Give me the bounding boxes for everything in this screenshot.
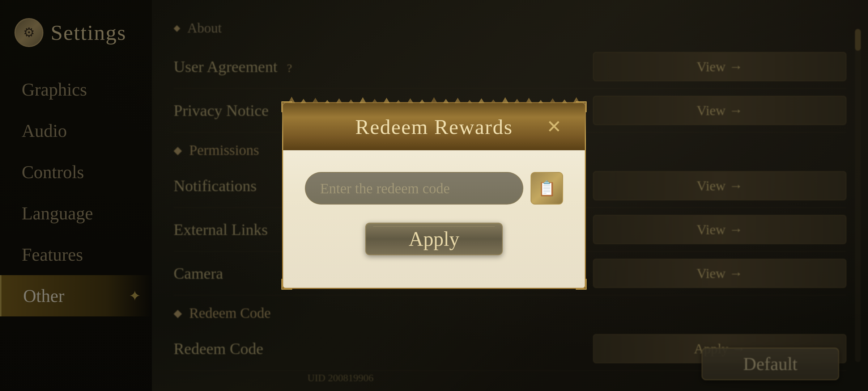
modal-inner: Redeem Rewards ✕ 📋	[283, 103, 585, 288]
modal-apply-button[interactable]: Apply	[365, 223, 503, 255]
modal-overlay[interactable]: Redeem Rewards ✕ 📋	[0, 0, 868, 391]
paste-button[interactable]: 📋	[531, 172, 563, 205]
modal-body: 📋 Apply	[283, 150, 585, 270]
close-x-icon: ✕	[546, 116, 562, 137]
modal-header: Redeem Rewards ✕	[283, 103, 585, 150]
redeem-rewards-modal: Redeem Rewards ✕ 📋	[282, 102, 586, 289]
modal-frame: Redeem Rewards ✕ 📋	[282, 102, 586, 289]
paste-icon: 📋	[538, 180, 556, 197]
modal-close-button[interactable]: ✕	[541, 114, 567, 139]
redeem-code-input[interactable]	[305, 172, 523, 205]
code-input-row: 📋	[305, 172, 563, 205]
modal-title: Redeem Rewards	[327, 115, 541, 139]
